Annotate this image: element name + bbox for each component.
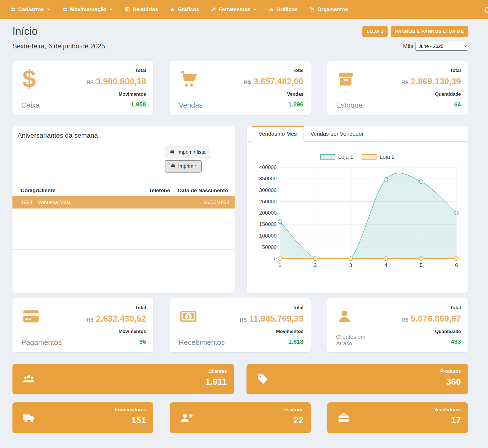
legend-label: Loja 2 bbox=[380, 154, 395, 160]
total-value: 11.985.769,39 bbox=[249, 314, 303, 324]
banner-label: Usuários bbox=[283, 407, 303, 413]
bar-chart-icon bbox=[170, 7, 175, 12]
nav-label: Gráficos bbox=[178, 6, 199, 12]
chart-tabs: Vendas no Mês Vendas por Vendedor bbox=[247, 126, 468, 142]
banner-clientes: Clientes 1.911 bbox=[12, 364, 234, 394]
card-vendas: Vendas Total R$ 3.657.482,00 Vendas 1.29… bbox=[170, 61, 311, 115]
card-pagamentos: Pagamentos Total R$ 2.632.430,52 Movimen… bbox=[12, 298, 153, 352]
total-value: 2.869.130,39 bbox=[411, 77, 461, 87]
count-label: Movimentos bbox=[119, 329, 146, 334]
truck-icon bbox=[22, 411, 35, 424]
bar-chart-icon bbox=[268, 7, 274, 12]
tab-vendas-por-vendedor[interactable]: Vendas por Vendedor bbox=[304, 126, 370, 141]
count-value: 1.958 bbox=[131, 101, 146, 108]
nav-item-ferramentas[interactable]: Ferramentas bbox=[205, 0, 263, 19]
col-cliente: Cliente bbox=[38, 185, 149, 196]
banner-label: Vendedores bbox=[434, 407, 461, 413]
nav-item-orcamentos[interactable]: Orçamentos bbox=[303, 0, 354, 19]
banner-value: 360 bbox=[440, 377, 461, 387]
nav-label: Relatórios bbox=[133, 6, 158, 12]
legend-swatch-loja1 bbox=[320, 154, 335, 160]
people-icon bbox=[22, 373, 35, 386]
banner-value: 151 bbox=[115, 415, 146, 425]
card-title: Recebimentos bbox=[179, 338, 226, 347]
total-value: 3.900.800,18 bbox=[96, 77, 146, 87]
exchange-icon bbox=[62, 7, 68, 12]
refresh-icon[interactable] bbox=[483, 6, 488, 14]
total-label: Total bbox=[450, 305, 461, 311]
cell-cliente: Vanuska Maia bbox=[38, 196, 149, 209]
legend-item-loja1: Loja 1 bbox=[320, 154, 354, 160]
nav-item-graficos-2[interactable]: Gráficos bbox=[263, 0, 303, 19]
printer-icon bbox=[170, 164, 176, 169]
nav-item-movimentacao[interactable]: Movimentação bbox=[56, 0, 119, 19]
print-list-button[interactable]: Imprimir lista bbox=[165, 147, 210, 158]
svg-text:3: 3 bbox=[349, 262, 352, 268]
count-label: Movimentos bbox=[276, 329, 303, 334]
count-label: Quantidade bbox=[435, 92, 461, 97]
nav-item-graficos-1[interactable]: Gráficos bbox=[164, 0, 205, 19]
tag-icon bbox=[256, 373, 269, 386]
svg-text:400000: 400000 bbox=[259, 164, 277, 170]
nav-label: Orçamentos bbox=[317, 6, 348, 12]
print-button[interactable]: Imprimir bbox=[165, 160, 202, 173]
svg-text:4: 4 bbox=[385, 262, 388, 268]
current-date: Sexta-feira, 6 de junho de 2025. bbox=[12, 42, 107, 50]
birthdays-title: Aniversariantes da semana bbox=[12, 132, 235, 139]
button-label: Imprimir lista bbox=[177, 149, 206, 155]
chevron-down-icon bbox=[253, 9, 257, 11]
count-value: 96 bbox=[139, 338, 146, 345]
banner-label: Clientes bbox=[205, 369, 227, 374]
page-title: Início bbox=[12, 25, 38, 37]
cell-codigo: 1994 bbox=[12, 196, 38, 209]
month-select[interactable]: June - 2025 bbox=[416, 42, 468, 51]
cart-icon bbox=[179, 68, 226, 90]
store-badges: LOJA 1 PANNOS E PANNOS LTDA ME bbox=[362, 26, 468, 37]
svg-text:0: 0 bbox=[274, 256, 277, 261]
tab-vendas-no-mes[interactable]: Vendas no Mês bbox=[252, 126, 304, 142]
nav-label: Movimentação bbox=[70, 6, 107, 12]
person-icon bbox=[336, 305, 383, 328]
store-badge-company[interactable]: PANNOS E PANNOS LTDA ME bbox=[391, 26, 468, 37]
cell-telefone bbox=[149, 196, 178, 209]
legend-item-loja2: Loja 2 bbox=[362, 154, 395, 160]
count-label: Movimentos bbox=[119, 92, 146, 97]
birthdays-table: Código Cliente Telefone Data de Nascimen… bbox=[12, 185, 235, 209]
total-label: Total bbox=[293, 68, 303, 73]
cart-icon bbox=[309, 7, 315, 12]
svg-text:150000: 150000 bbox=[259, 221, 277, 227]
svg-text:6: 6 bbox=[455, 262, 458, 268]
card-recebimentos: 1 Recebimentos Total R$ 11.985.769,39 Mo… bbox=[170, 298, 311, 352]
card-estoque: Estoque Total R$ 2.869.130,39 Quantidade… bbox=[327, 61, 468, 115]
banner-usuarios: Usuários 22 bbox=[170, 402, 311, 433]
total-value: 5.076.869,67 bbox=[411, 314, 461, 324]
printer-icon bbox=[170, 150, 175, 155]
banner-fornecedores: Fornecedores 151 bbox=[12, 402, 153, 433]
nav-item-cadastros[interactable]: Cadastros bbox=[4, 0, 56, 19]
col-nascimento: Data de Nascimento bbox=[178, 185, 235, 196]
sales-chart-panel: Vendas no Mês Vendas por Vendedor Loja 1… bbox=[247, 126, 468, 293]
card-title: Pagamentos bbox=[21, 338, 68, 347]
chevron-down-icon bbox=[47, 9, 50, 11]
divider bbox=[12, 249, 235, 250]
svg-text:300000: 300000 bbox=[259, 187, 277, 193]
count-value: 1.813 bbox=[288, 338, 303, 345]
legend-label: Loja 1 bbox=[338, 154, 354, 160]
table-row[interactable]: 1994 Vanuska Maia 06/06/2024 bbox=[12, 196, 235, 209]
total-value: 2.632.430,52 bbox=[96, 314, 146, 324]
svg-text:200000: 200000 bbox=[259, 210, 277, 216]
cell-nascimento: 06/06/2024 bbox=[178, 196, 235, 209]
count-label: Vendas bbox=[287, 92, 303, 97]
birthdays-panel: Aniversariantes da semana Imprimir lista… bbox=[12, 126, 235, 293]
banknote-icon: 1 bbox=[179, 305, 226, 328]
currency-label: R$ bbox=[240, 317, 247, 323]
briefcase-icon bbox=[337, 411, 350, 424]
total-label: Total bbox=[135, 305, 146, 311]
svg-text:100000: 100000 bbox=[259, 233, 277, 239]
chart-legend: Loja 1 Loja 2 bbox=[247, 154, 468, 160]
svg-text:5: 5 bbox=[420, 262, 423, 268]
nav-item-relatorios[interactable]: Relatórios bbox=[119, 0, 164, 19]
store-badge-loja[interactable]: LOJA 1 bbox=[362, 26, 388, 37]
sales-chart: 0500001000001500002000002500003000003500… bbox=[250, 162, 465, 272]
banner-vendedores: Vendedores 17 bbox=[327, 402, 468, 433]
